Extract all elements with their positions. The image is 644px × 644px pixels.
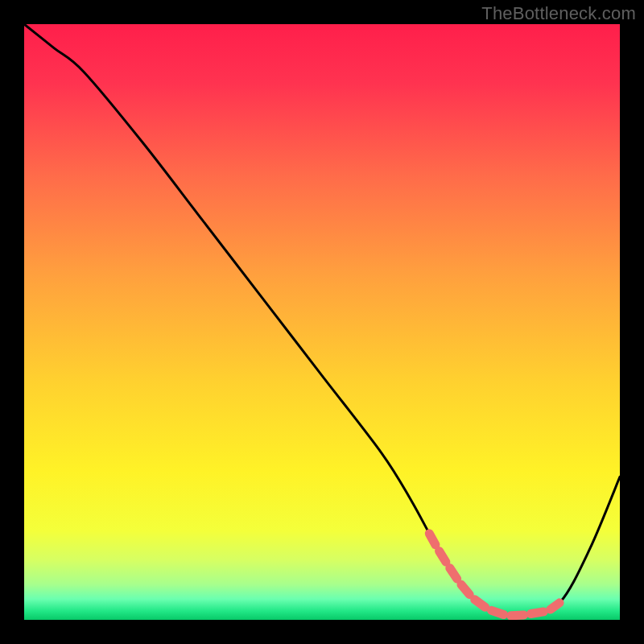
plot-svg — [24, 24, 620, 620]
highlight-dash — [429, 534, 436, 545]
highlight-dash — [511, 615, 524, 616]
bottleneck-plot — [24, 24, 620, 620]
gradient-background — [24, 24, 620, 620]
highlight-dash — [440, 551, 446, 563]
highlight-dash — [450, 568, 457, 579]
watermark-text: TheBottleneck.com — [481, 3, 636, 24]
highlight-dash — [475, 600, 485, 607]
highlight-dash — [530, 612, 543, 614]
chart-frame: TheBottleneck.com — [0, 0, 644, 644]
highlight-dash — [551, 603, 559, 609]
highlight-dash — [492, 610, 504, 614]
